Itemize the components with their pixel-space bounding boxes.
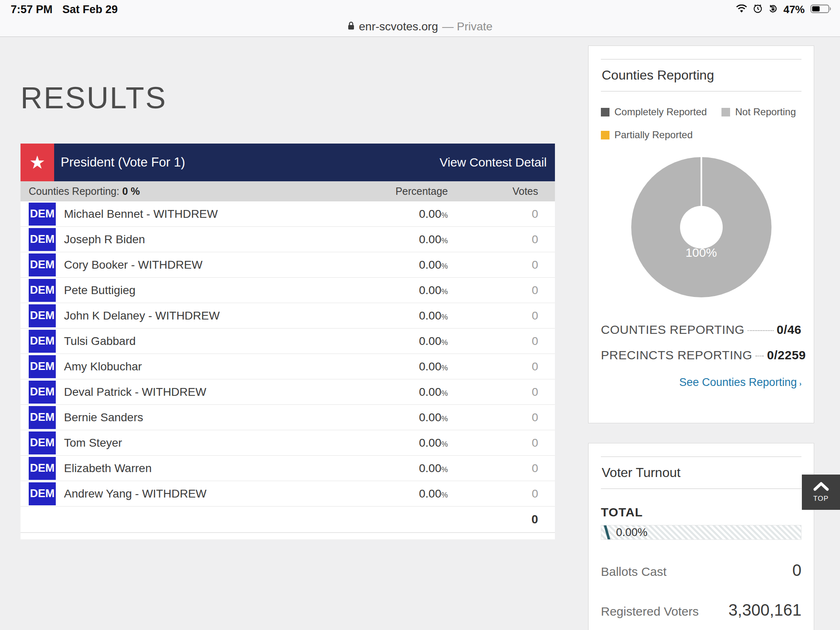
candidate-name: John K Delaney - WITHDREW (64, 309, 345, 322)
candidate-votes: 0 (448, 436, 555, 450)
address-bar[interactable]: enr-scvotes.org — Private (0, 16, 840, 37)
candidate-name: Deval Patrick - WITHDREW (64, 386, 345, 399)
registered-voters-value: 3,300,161 (728, 601, 801, 619)
ballots-cast-label: Ballots Cast (601, 565, 667, 579)
counties-reporting-inline-label: Counties Reporting: (29, 185, 122, 197)
registered-voters-row: Registered Voters 3,300,161 (601, 601, 801, 619)
candidate-name: Bernie Sanders (64, 411, 345, 424)
counties-reporting-card: Counties Reporting Completely Reported N… (588, 46, 814, 423)
contest-card-footer (21, 533, 555, 539)
screen: 7:57 PM Sat Feb 29 47% (0, 0, 840, 630)
candidate-pct: 0.00 (419, 233, 441, 246)
candidate-name: Cory Booker - WITHDREW (64, 258, 345, 272)
top-button-label: TOP (813, 495, 829, 503)
counties-card-title: Counties Reporting (602, 68, 801, 83)
featured-star-box: ★ (21, 144, 54, 181)
battery-icon (810, 4, 832, 16)
counties-donut-chart: 100% (631, 157, 772, 297)
table-row: DEM Michael Bennet - WITHDREW 0.00% 0 (21, 201, 555, 227)
percentage-column-header: Percentage (345, 185, 448, 197)
donut-gap (701, 157, 702, 206)
browser-chrome: 7:57 PM Sat Feb 29 47% (0, 0, 840, 37)
status-time-date: 7:57 PM Sat Feb 29 (11, 3, 118, 16)
voter-turnout-card: Voter Turnout TOTAL 0.00% Ballots Cast 0… (588, 443, 814, 630)
orientation-lock-icon (768, 4, 778, 15)
party-badge: DEM (29, 203, 56, 226)
see-counties-row: See Counties Reporting› (601, 376, 801, 389)
candidate-pct: 0.00 (419, 386, 441, 398)
contest-title: President (Vote For 1) (54, 144, 440, 181)
private-label: — Private (442, 20, 493, 33)
turnout-percentage: 0.00% (616, 526, 648, 539)
candidate-name: Pete Buttigieg (64, 284, 345, 297)
legend-item: Completely Reported (601, 106, 707, 118)
donut-hole (680, 206, 723, 249)
dotted-leader (748, 330, 773, 331)
party-badge: DEM (29, 482, 56, 505)
candidate-rows: DEM Michael Bennet - WITHDREW 0.00% 0 DE… (21, 201, 555, 507)
turnout-card-header: Voter Turnout (601, 457, 801, 489)
candidate-name: Tulsi Gabbard (64, 335, 345, 348)
percent-symbol: % (441, 389, 448, 397)
party-badge: DEM (29, 406, 56, 429)
party-badge: DEM (29, 304, 56, 327)
total-row: 0 (21, 507, 555, 533)
table-row: DEM Tom Steyer 0.00% 0 (21, 430, 555, 456)
legend-swatch (601, 108, 609, 116)
table-row: DEM John K Delaney - WITHDREW 0.00% 0 (21, 303, 555, 329)
candidate-pct: 0.00 (419, 411, 441, 424)
candidate-name: Amy Klobuchar (64, 360, 345, 373)
party-badge: DEM (29, 355, 56, 378)
table-row: DEM Joseph R Biden 0.00% 0 (21, 227, 555, 252)
star-icon: ★ (29, 153, 45, 171)
percent-symbol: % (441, 313, 448, 321)
status-date: Sat Feb 29 (62, 3, 118, 16)
precincts-reporting-label: PRECINCTS REPORTING (601, 348, 752, 362)
table-row: DEM Amy Klobuchar 0.00% 0 (21, 354, 555, 379)
candidate-pct: 0.00 (419, 360, 441, 373)
legend-swatch (601, 131, 609, 139)
percent-symbol: % (441, 440, 448, 448)
candidate-votes: 0 (448, 487, 555, 500)
contest-subheader: Counties Reporting: 0 % Percentage Votes (21, 181, 555, 201)
candidate-name: Michael Bennet - WITHDREW (64, 208, 345, 221)
view-contest-detail-link[interactable]: View Contest Detail (440, 144, 555, 181)
back-to-top-button[interactable]: TOP (802, 475, 840, 510)
ballots-cast-value: 0 (792, 561, 801, 580)
counties-reporting-inline: Counties Reporting: 0 % (29, 185, 345, 197)
contest-header: ★ President (Vote For 1) View Contest De… (21, 144, 555, 181)
precincts-reporting-value: 0/2259 (767, 348, 806, 362)
table-row: DEM Bernie Sanders 0.00% 0 (21, 405, 555, 430)
candidate-pct: 0.00 (419, 335, 441, 347)
percent-symbol: % (441, 288, 448, 296)
table-row: DEM Andrew Yang - WITHDREW 0.00% 0 (21, 481, 555, 507)
table-row: DEM Cory Booker - WITHDREW 0.00% 0 (21, 252, 555, 278)
table-row: DEM Tulsi Gabbard 0.00% 0 (21, 329, 555, 354)
candidate-votes: 0 (448, 208, 555, 221)
candidate-votes: 0 (448, 258, 555, 272)
lock-icon (347, 21, 355, 32)
ballots-cast-row: Ballots Cast 0 (601, 561, 801, 580)
candidate-pct: 0.00 (419, 284, 441, 297)
candidate-pct: 0.00 (419, 309, 441, 322)
percent-symbol: % (441, 415, 448, 423)
percent-symbol: % (441, 338, 448, 347)
party-badge: DEM (29, 253, 56, 276)
see-counties-reporting-link[interactable]: See Counties Reporting (679, 376, 797, 388)
table-row: DEM Pete Buttigieg 0.00% 0 (21, 278, 555, 303)
candidate-pct: 0.00 (419, 208, 441, 220)
precincts-reporting-stat: PRECINCTS REPORTING 0/2259 (601, 348, 801, 362)
turnout-bar-fill (604, 525, 610, 539)
candidate-votes: 0 (448, 309, 555, 322)
table-row: DEM Elizabeth Warren 0.00% 0 (21, 456, 555, 481)
legend-label: Partially Reported (614, 129, 693, 141)
counties-reporting-value: 0/46 (777, 323, 801, 337)
party-badge: DEM (29, 381, 56, 404)
status-time: 7:57 PM (11, 3, 52, 16)
party-badge: DEM (29, 431, 56, 454)
total-votes: 0 (448, 513, 555, 526)
battery-percentage: 47% (783, 3, 805, 16)
arrow-up-icon (813, 482, 829, 493)
legend-item: Partially Reported (601, 129, 693, 141)
url-text: enr-scvotes.org (359, 20, 438, 33)
